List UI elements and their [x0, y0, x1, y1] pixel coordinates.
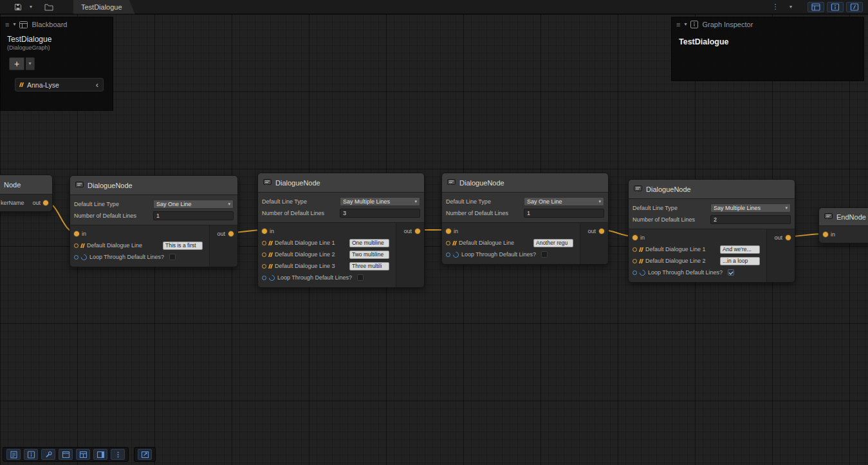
line-port[interactable] [74, 243, 78, 248]
loop-checkbox[interactable] [169, 254, 176, 260]
input-port[interactable] [446, 229, 451, 234]
output-port[interactable] [786, 235, 791, 240]
node-title: DialogueNode [275, 179, 320, 187]
node-fields: Default Line Type Say One Line ▾ Number … [70, 195, 237, 225]
add-property-dropdown-button[interactable]: ▾ [26, 57, 35, 70]
line-port[interactable] [262, 264, 266, 269]
end-node[interactable]: EndNode in [818, 207, 868, 243]
toggle-inspector-button[interactable] [827, 2, 844, 12]
node-title-bar[interactable]: DialogueNode [70, 176, 237, 195]
loop-port[interactable] [262, 276, 266, 280]
line-port[interactable] [633, 259, 637, 263]
loop-checkbox[interactable] [728, 269, 734, 276]
output-port[interactable] [228, 231, 234, 236]
node-title-bar[interactable]: DialogueNode [442, 173, 608, 193]
tools-button[interactable] [41, 449, 55, 460]
line-type-label: Default Line Type [633, 205, 708, 211]
loop-checkbox[interactable] [357, 274, 364, 281]
open-folder-button[interactable] [42, 1, 55, 13]
loop-port[interactable] [74, 255, 78, 260]
line-count-input[interactable]: 1 [153, 211, 234, 220]
drag-handle-icon[interactable]: ≡ [5, 21, 9, 28]
blackboard-header[interactable]: ≡ ▾ Blackboard [1, 17, 113, 32]
exposed-property-row[interactable]: Anna-Lyse ‹ [15, 78, 104, 91]
line-type-dropdown[interactable]: Say Multiple Lines ▾ [340, 197, 420, 206]
dialogue-node-3[interactable]: DialogueNode Default Line Type Say One L… [441, 173, 609, 265]
line-type-dropdown[interactable]: Say One Line ▾ [524, 197, 604, 206]
line-port[interactable] [633, 247, 637, 252]
loop-port[interactable] [633, 270, 637, 275]
line-port[interactable] [262, 252, 266, 257]
output-port[interactable] [415, 229, 420, 234]
node-title-bar[interactable]: Node [0, 175, 52, 195]
more-menu-dropdown-button[interactable]: ▾ [784, 1, 797, 13]
folder-icon [44, 3, 53, 11]
line-type-dropdown[interactable]: Say One Line ▾ [153, 200, 234, 209]
panel-button[interactable] [93, 449, 107, 460]
line-port[interactable] [262, 241, 266, 245]
dropdown-value: Say One Line [527, 198, 596, 205]
line-text-input[interactable]: Two multiline [349, 251, 389, 259]
input-port[interactable] [262, 229, 267, 234]
node-title: DialogueNode [88, 182, 133, 189]
dialogue-node-4[interactable]: DialogueNode Default Line Type Say Multi… [628, 179, 795, 283]
node-title: Node [4, 181, 21, 189]
input-port[interactable] [823, 232, 828, 237]
inspector-icon [831, 3, 840, 11]
input-container: in Default Dialogue Line Another regu Lo… [442, 223, 580, 264]
save-dropdown-button[interactable]: ▾ [24, 1, 37, 13]
loop-icon [452, 251, 460, 259]
more-options-button[interactable] [111, 449, 125, 460]
start-node[interactable]: Node kerName out [0, 175, 53, 212]
dialogue-node-1[interactable]: DialogueNode Default Line Type Say One L… [69, 175, 238, 267]
line-count-label: Number of Default Lines [262, 210, 337, 216]
chevron-down-icon[interactable]: ▾ [684, 22, 687, 27]
drag-handle-icon[interactable]: ≡ [676, 21, 680, 28]
line-text-input[interactable]: Another regu [533, 239, 573, 247]
dialogue-node-icon [824, 213, 833, 220]
line-text-input[interactable]: Three multili [349, 262, 389, 270]
output-port[interactable] [599, 229, 604, 234]
line-count-input[interactable]: 1 [524, 209, 604, 218]
speaker-name-label: kerName [1, 200, 24, 206]
loop-checkbox[interactable] [541, 251, 548, 258]
line-text-input[interactable]: One multiline [349, 239, 389, 247]
line-count-input[interactable]: 2 [710, 215, 791, 224]
tab-testdialogue[interactable]: TestDialogue [73, 0, 135, 14]
console-icon [850, 3, 859, 11]
external-link-icon [141, 451, 149, 459]
add-property-button[interactable]: + [9, 57, 24, 70]
line-port[interactable] [446, 241, 450, 245]
dropdown-value: Say Multiple Lines [714, 205, 782, 211]
node-title-bar[interactable]: DialogueNode [629, 180, 795, 199]
line-text-input[interactable]: ...in a loop [720, 257, 760, 265]
input-port[interactable] [633, 235, 638, 240]
blackboard-toggle-button[interactable] [76, 449, 90, 460]
external-editor-button[interactable] [138, 449, 152, 460]
line-type-dropdown[interactable]: Say Multiple Lines ▾ [710, 204, 791, 213]
node-title-bar[interactable]: DialogueNode [258, 173, 424, 193]
line-text-input[interactable]: This is a first [163, 242, 203, 250]
chevron-down-icon[interactable]: ▾ [13, 22, 15, 27]
blackboard-panel: ≡ ▾ Blackboard TestDialogue (DialogueGra… [0, 17, 113, 111]
more-menu-button[interactable]: ⋮ [769, 1, 782, 13]
inspector-toggle-button[interactable] [24, 449, 38, 460]
inspector-header[interactable]: ≡ ▾ Graph Inspector [672, 17, 863, 32]
window-button[interactable] [59, 449, 73, 460]
graph-canvas[interactable]: Node kerName out DialogueNode Default Li… [0, 14, 868, 465]
node-fields: Default Line Type Say Multiple Lines ▾ N… [258, 193, 424, 223]
node-title-bar[interactable]: EndNode [819, 208, 868, 226]
line-text-input[interactable]: And we're... [720, 245, 760, 254]
line-count-input[interactable]: 3 [340, 209, 420, 218]
toggle-blackboard-button[interactable] [808, 2, 824, 12]
save-button[interactable] [12, 1, 24, 13]
output-port[interactable] [43, 200, 48, 205]
input-port[interactable] [74, 231, 79, 236]
dialogue-node-2[interactable]: DialogueNode Default Line Type Say Multi… [257, 173, 425, 288]
inspector-icon [690, 21, 698, 28]
chevron-left-icon[interactable]: ‹ [96, 81, 98, 89]
loop-port[interactable] [446, 252, 450, 257]
console-button[interactable] [6, 449, 21, 460]
toggle-minimap-button[interactable] [846, 2, 863, 12]
chevron-down-icon: ▾ [598, 199, 601, 204]
